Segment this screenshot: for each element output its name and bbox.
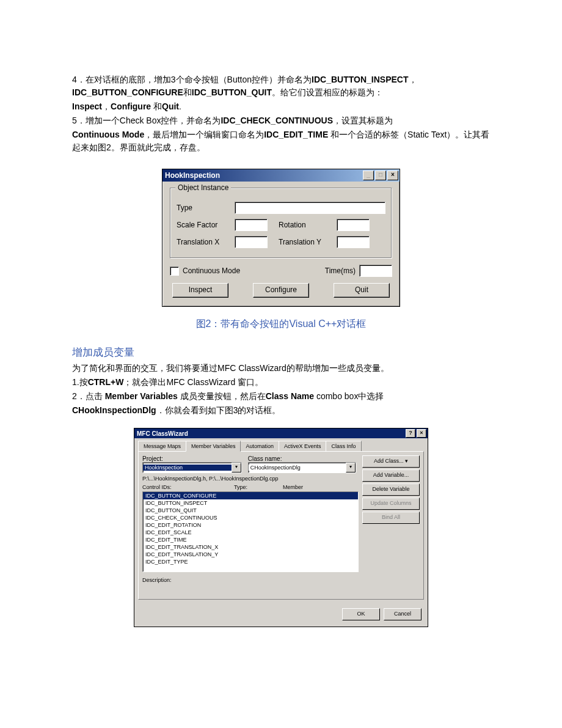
label-name: Class Name (266, 391, 314, 401)
text: 5．增加一个Check Box控件，并命名为 (72, 116, 221, 125)
text: ， (102, 101, 111, 111)
text: Configure (111, 101, 151, 111)
update-columns-button[interactable]: Update Columns (362, 498, 420, 510)
add-class-button[interactable]: Add Class... ▾ (362, 455, 420, 468)
rotation-input[interactable] (337, 219, 370, 231)
project-label: Project: (142, 455, 242, 462)
inspect-button[interactable]: Inspect (172, 283, 228, 298)
list-item[interactable]: IDC_EDIT_TRANSLATION_X (143, 543, 358, 551)
object-instance-group: Object Instance Type Scale Factor Rotati… (170, 188, 392, 259)
id-2: IDC_BUTTON_CONFIGURE (72, 87, 183, 97)
type-label: Type (177, 204, 235, 212)
text: 。给它们设置相应的标题为： (272, 87, 383, 97)
tx-input[interactable] (235, 236, 268, 248)
delete-variable-button[interactable]: Delete Variable (362, 483, 420, 496)
bind-all-button[interactable]: Bind All (362, 512, 420, 524)
intro-text: 为了简化和界面的交互，我们将要通过MFC ClassWizard的帮助增加一些成… (72, 362, 490, 375)
file-path: P:\...\HookInspectionDlg.h, P:\...\HookI… (142, 476, 359, 482)
mfc-classwizard-dialog: MFC ClassWizard ? × Message Maps Member … (134, 428, 428, 627)
tab-automation[interactable]: Automation (240, 441, 279, 451)
close-icon[interactable]: × (417, 429, 426, 438)
continuous-checkbox[interactable] (170, 267, 179, 276)
list-item[interactable]: IDC_BUTTON_INSPECT (143, 499, 358, 507)
step-1: 1.按CTRL+W；就会弹出MFC ClassWizard 窗口。 (72, 376, 490, 389)
section-title: 增加成员变量 (72, 345, 490, 359)
text: . (179, 101, 181, 111)
chevron-down-icon[interactable]: ▾ (232, 463, 241, 472)
time-input[interactable] (359, 265, 392, 277)
text: 成员变量按钮，然后在 (178, 391, 266, 401)
quit-button[interactable]: Quit (334, 283, 390, 298)
list-item[interactable]: IDC_EDIT_TYPE (143, 558, 358, 565)
ok-button[interactable]: OK (342, 608, 380, 620)
continuous-label: Continuous Mode (183, 267, 240, 275)
step-2: 2．点击 Member Variables 成员变量按钮，然后在Class Na… (72, 390, 490, 403)
class-name: CHookInspectionDlg (72, 405, 156, 415)
col-type: Type: (234, 484, 283, 490)
col-control: Control IDs: (142, 484, 234, 490)
type-input[interactable] (235, 202, 385, 214)
id: IDC_CHECK_CONTINUOUS (221, 116, 333, 125)
text: Inspect (72, 101, 102, 111)
description-area: Description: (142, 577, 359, 595)
id: IDC_EDIT_TIME (264, 130, 328, 139)
text: ， (409, 75, 417, 84)
description-label: Description: (142, 577, 172, 583)
text: 和 (183, 87, 192, 97)
tab-class-info[interactable]: Class Info (326, 441, 361, 451)
para-5-line2: Continuous Mode，最后增加一个编辑窗口命名为IDC_EDIT_TI… (72, 128, 490, 154)
figure-2-caption: 图2：带有命令按钮的Visual C++对话框 (72, 318, 490, 331)
text: combo box中选择 (314, 391, 384, 401)
ty-input[interactable] (337, 236, 370, 248)
dialog-title: HookInspection (165, 171, 220, 180)
step-2b: CHookInspectionDlg．你就会看到如下图3的对话框。 (72, 404, 490, 417)
text: Quit (162, 101, 179, 111)
control-ids-list[interactable]: IDC_BUTTON_CONFIGURE IDC_BUTTON_INSPECT … (142, 491, 359, 572)
id-1: IDC_BUTTON_INSPECT (312, 75, 408, 84)
minimize-icon[interactable]: _ (363, 171, 374, 180)
list-item[interactable]: IDC_EDIT_SCALE (143, 529, 358, 536)
para-4: 4．在对话框的底部，增加3个命令按钮（Button控件）并命名为IDC_BUTT… (72, 73, 490, 99)
titlebar: HookInspection _ □ × (162, 169, 400, 182)
rotation-label: Rotation (279, 221, 337, 229)
hookinspection-dialog: HookInspection _ □ × Object Instance Typ… (162, 169, 400, 307)
time-label: Time(ms) (325, 267, 356, 275)
help-icon[interactable]: ? (406, 429, 415, 438)
configure-button[interactable]: Configure (253, 283, 309, 298)
column-headers: Control IDs: Type: Member (142, 484, 359, 490)
list-item[interactable]: IDC_EDIT_TRANSLATION_Y (143, 551, 358, 558)
list-item[interactable]: IDC_CHECK_CONTINUOUS (143, 514, 358, 521)
ty-label: Translation Y (279, 238, 337, 246)
list-item[interactable]: IDC_BUTTON_QUIT (143, 507, 358, 514)
list-item[interactable]: IDC_EDIT_TIME (143, 536, 358, 543)
text: 1.按 (72, 377, 88, 387)
list-item[interactable]: IDC_EDIT_ROTATION (143, 521, 358, 529)
project-combo[interactable]: HookInspection ▾ (142, 462, 242, 473)
maximize-icon[interactable]: □ (375, 171, 386, 180)
tab-member-variables[interactable]: Member Variables (186, 441, 241, 452)
scale-label: Scale Factor (177, 221, 235, 229)
para-4-line2: Inspect，Configure 和Quit. (72, 100, 490, 113)
text: ，最后增加一个编辑窗口命名为 (144, 130, 264, 139)
classname-combo[interactable]: CHookInspectionDlg ▾ (248, 462, 356, 473)
list-item[interactable]: IDC_BUTTON_CONFIGURE (143, 492, 358, 499)
tab-message-maps[interactable]: Message Maps (138, 441, 186, 451)
text: 2．点击 (72, 391, 105, 401)
add-variable-button[interactable]: Add Variable... (362, 469, 420, 482)
col-member: Member (283, 484, 303, 490)
text: 4．在对话框的底部，增加3个命令按钮（Button控件）并命名为 (72, 75, 312, 84)
chevron-down-icon[interactable]: ▾ (346, 463, 356, 472)
para-5: 5．增加一个Check Box控件，并命名为IDC_CHECK_CONTINUO… (72, 114, 490, 127)
project-value: HookInspection (143, 465, 232, 471)
classname-label: Class name: (248, 455, 356, 462)
text: ．你就会看到如下图3的对话框。 (156, 405, 281, 415)
close-icon[interactable]: × (387, 171, 398, 180)
text: ；就会弹出MFC ClassWizard 窗口。 (123, 377, 263, 387)
tab-activex-events[interactable]: ActiveX Events (279, 441, 327, 451)
cancel-button[interactable]: Cancel (384, 608, 422, 620)
text: Continuous Mode (72, 130, 144, 139)
dialog-title: MFC ClassWizard (137, 430, 188, 437)
tx-label: Translation X (177, 238, 235, 246)
scale-input[interactable] (235, 219, 268, 231)
titlebar: MFC ClassWizard ? × (134, 428, 428, 438)
